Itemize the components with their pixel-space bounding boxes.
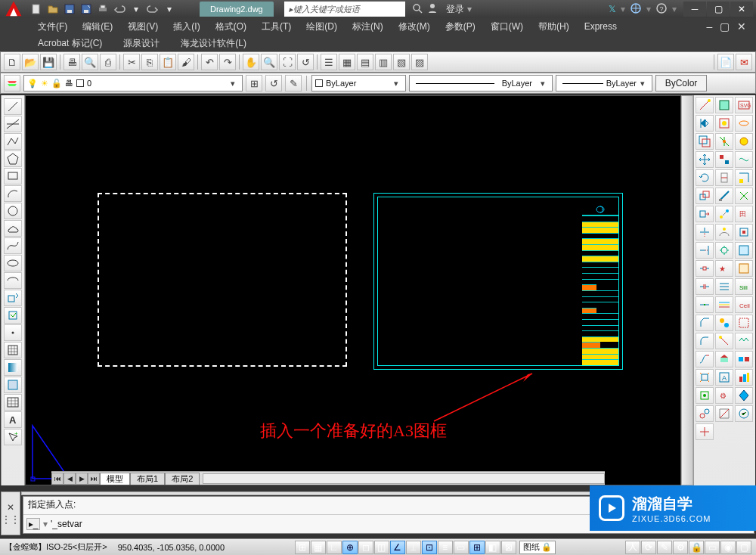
rt-36[interactable] bbox=[735, 387, 753, 404]
rt-25[interactable]: Ceil bbox=[735, 296, 753, 313]
menu-tools[interactable]: 工具(T) bbox=[256, 20, 297, 33]
rt-35[interactable]: ⚙ bbox=[715, 387, 733, 404]
layer-props-button[interactable] bbox=[4, 75, 20, 91]
rt-chamfer[interactable] bbox=[696, 315, 714, 331]
menu-yq[interactable]: 源泉设计 bbox=[117, 37, 166, 50]
layout2-tab[interactable]: 布局2 bbox=[165, 473, 200, 485]
rt-17[interactable] bbox=[735, 224, 753, 240]
rt-2[interactable] bbox=[715, 97, 733, 113]
3dosnap-toggle[interactable]: ◫ bbox=[374, 541, 389, 554]
rt-8[interactable] bbox=[715, 151, 733, 168]
rt-26[interactable] bbox=[715, 315, 733, 331]
layer-prev-button[interactable]: ↺ bbox=[265, 75, 282, 91]
menu-acrobat[interactable]: Acrobat 标记(C) bbox=[32, 37, 108, 50]
doc-window-controls[interactable]: – ▢ ✕ bbox=[706, 20, 748, 33]
rt-20[interactable]: ★ bbox=[715, 260, 733, 277]
chevron-down-icon[interactable]: ▾ bbox=[227, 79, 239, 88]
tpy-toggle[interactable]: ▭ bbox=[454, 541, 469, 554]
block-tool[interactable] bbox=[4, 307, 22, 324]
maximize-button[interactable]: ▢ bbox=[707, 2, 730, 17]
polar-toggle[interactable]: ⊕ bbox=[342, 541, 358, 554]
menu-file[interactable]: 文件(F) bbox=[32, 20, 73, 33]
qp-toggle[interactable]: ⊞ bbox=[469, 541, 485, 554]
tab-prev-button[interactable]: ◀ bbox=[64, 473, 76, 485]
paste-button[interactable]: 📋 bbox=[160, 54, 176, 70]
rt-7[interactable] bbox=[735, 133, 753, 150]
drawing-canvas[interactable]: 插入一个准备好的A3图框 ⏮ ◀ ▶ ⏭ 模型 布局1 布局2 bbox=[25, 95, 681, 485]
rt-30[interactable] bbox=[715, 351, 733, 367]
ellipse-tool[interactable] bbox=[4, 255, 22, 271]
rt-11[interactable] bbox=[735, 169, 753, 186]
file-tab[interactable]: Drawing2.dwg bbox=[200, 2, 274, 17]
an-scale-toggle[interactable]: 人 bbox=[625, 541, 640, 554]
rt-mirror[interactable] bbox=[696, 115, 714, 132]
new-icon[interactable] bbox=[29, 2, 44, 17]
clean-toggle[interactable]: ▢ bbox=[736, 541, 751, 554]
menu-dimension[interactable]: 标注(N) bbox=[346, 20, 389, 33]
spline-tool[interactable] bbox=[4, 237, 22, 254]
rt-4[interactable] bbox=[715, 115, 733, 132]
rect-tool[interactable] bbox=[4, 168, 22, 184]
rt-fillet[interactable] bbox=[696, 333, 714, 349]
menu-insert[interactable]: 插入(I) bbox=[167, 20, 206, 33]
rt-extend[interactable] bbox=[696, 242, 714, 259]
rt-34[interactable] bbox=[696, 387, 714, 404]
tb-lock-toggle[interactable]: 🔒 bbox=[689, 541, 704, 554]
undo-icon[interactable] bbox=[112, 2, 127, 17]
help-icon[interactable]: ? bbox=[655, 2, 668, 17]
lineweight-combo-1[interactable]: ByLayer ▾ bbox=[409, 75, 553, 91]
ducs-toggle[interactable]: ⟂ bbox=[406, 541, 421, 554]
zoom-win-button[interactable]: ⛶ bbox=[279, 54, 296, 70]
rt-33[interactable] bbox=[735, 369, 753, 386]
search-input[interactable]: ▸ 键入关键字或短语 bbox=[284, 2, 405, 17]
login-dropdown-icon[interactable]: ▾ bbox=[467, 4, 472, 14]
layer-combo[interactable]: 💡 ☀ 🔓 🖶 0 ▾ bbox=[23, 75, 243, 91]
open-icon[interactable] bbox=[45, 2, 60, 17]
handle-icon[interactable]: ⋮⋮ bbox=[2, 514, 20, 525]
rt-5[interactable] bbox=[735, 115, 753, 132]
markup-button[interactable]: ▧ bbox=[393, 54, 410, 70]
open-button[interactable]: 📂 bbox=[22, 54, 39, 70]
rt-trim[interactable] bbox=[696, 224, 714, 240]
login-link[interactable]: 登录 bbox=[446, 3, 464, 16]
menu-modify[interactable]: 修改(M) bbox=[392, 20, 436, 33]
rt-37[interactable] bbox=[696, 405, 714, 422]
insert-tool[interactable] bbox=[4, 290, 22, 306]
am-toggle[interactable]: ⊠ bbox=[501, 541, 516, 554]
user-icon[interactable] bbox=[426, 2, 438, 17]
tab-last-button[interactable]: ⏭ bbox=[88, 473, 100, 485]
rt-27[interactable] bbox=[735, 315, 753, 331]
minimize-button[interactable]: ─ bbox=[683, 2, 706, 17]
menu-edit[interactable]: 编辑(E) bbox=[76, 20, 119, 33]
zoom-rt-button[interactable]: 🔍 bbox=[261, 54, 277, 70]
app-logo-icon[interactable] bbox=[3, 1, 24, 17]
command-grip[interactable]: ✕⋮⋮ bbox=[1, 491, 20, 535]
rt-10[interactable] bbox=[715, 169, 733, 186]
otrack-toggle[interactable]: ∠ bbox=[390, 541, 405, 554]
gradient-tool[interactable] bbox=[4, 359, 22, 376]
iso-toggle[interactable]: ◉ bbox=[720, 541, 736, 554]
rt-break2[interactable] bbox=[696, 278, 714, 295]
ws-toggle[interactable]: ⚙ bbox=[673, 541, 688, 554]
rt-15[interactable]: 田 bbox=[735, 206, 753, 222]
osnap-toggle[interactable]: ◻ bbox=[358, 541, 373, 554]
v-scrollbar[interactable] bbox=[681, 95, 693, 485]
rt-29[interactable] bbox=[735, 333, 753, 349]
menu-help[interactable]: 帮助(H) bbox=[532, 20, 575, 33]
exchange-icon[interactable]: 𝕏 bbox=[609, 4, 616, 14]
rt-39[interactable] bbox=[735, 405, 753, 422]
revcloud-tool[interactable] bbox=[4, 220, 22, 237]
model-tab[interactable]: 模型 bbox=[100, 473, 130, 485]
rt-32[interactable]: A bbox=[715, 369, 733, 386]
polygon-tool[interactable] bbox=[4, 150, 22, 167]
h-scrollbar[interactable] bbox=[203, 473, 605, 484]
rt-offset[interactable] bbox=[696, 133, 714, 150]
rt-rotate[interactable] bbox=[696, 169, 714, 186]
sc-toggle[interactable]: ◧ bbox=[485, 541, 500, 554]
rt-40[interactable] bbox=[696, 423, 714, 440]
redo-icon[interactable] bbox=[145, 2, 160, 17]
rt-18[interactable] bbox=[715, 242, 733, 259]
an-vis-toggle[interactable]: ⟳ bbox=[641, 541, 656, 554]
region-tool[interactable] bbox=[4, 377, 22, 393]
copy-button[interactable]: ⎘ bbox=[141, 54, 158, 70]
